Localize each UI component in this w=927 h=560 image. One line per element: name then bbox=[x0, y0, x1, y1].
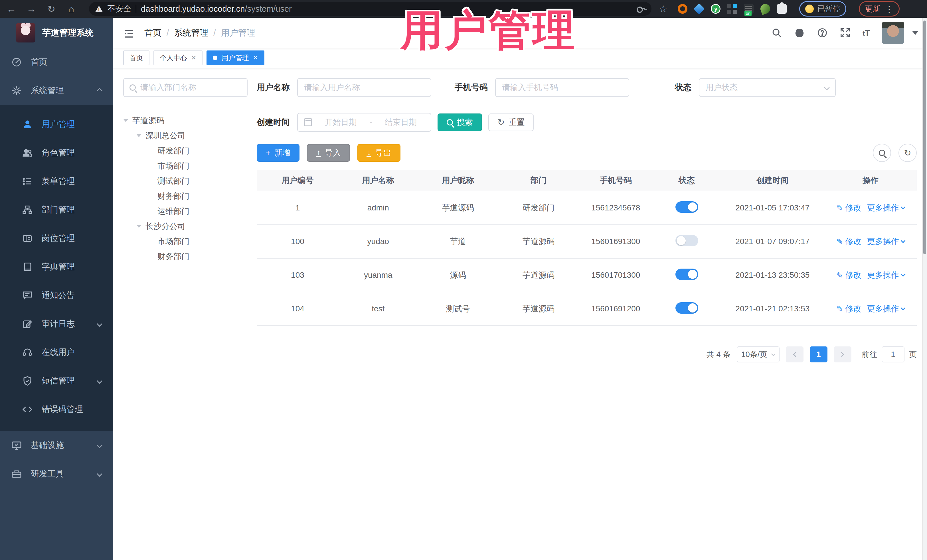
tree-node[interactable]: 深圳总公司 bbox=[123, 128, 248, 143]
tab-user-mgmt[interactable]: 用户管理 ✕ bbox=[207, 50, 264, 65]
breadcrumb-system[interactable]: 系统管理 bbox=[174, 27, 208, 39]
tree-node[interactable]: 财务部门 bbox=[123, 188, 248, 203]
font-size-icon[interactable]: tT bbox=[863, 28, 870, 38]
search-button[interactable]: 搜索 bbox=[438, 114, 482, 131]
divider bbox=[136, 5, 136, 13]
sidebar-item-post-mgmt[interactable]: 岗位管理 bbox=[0, 224, 113, 253]
not-secure-label: 不安全 bbox=[107, 3, 131, 14]
more-actions-link[interactable]: 更多操作 bbox=[867, 202, 905, 213]
sidebar-item-audit-log[interactable]: 审计日志 bbox=[0, 310, 113, 338]
sidebar-item-home[interactable]: 首页 bbox=[0, 48, 113, 76]
dept-search-input[interactable] bbox=[140, 83, 241, 92]
sidebar-item-notice[interactable]: 通知公告 bbox=[0, 281, 113, 310]
tree-node[interactable]: 测试部门 bbox=[123, 173, 248, 188]
sidebar-item-menu-mgmt[interactable]: 菜单管理 bbox=[0, 167, 113, 196]
edit-link[interactable]: ✎修改 bbox=[836, 202, 861, 213]
username-input[interactable] bbox=[304, 83, 424, 92]
password-key-icon[interactable] bbox=[637, 6, 645, 12]
next-page-button[interactable] bbox=[834, 346, 851, 363]
extension-gem-icon[interactable] bbox=[694, 3, 705, 15]
goto-page-input[interactable] bbox=[881, 346, 904, 363]
sidebar-item-sms-mgmt[interactable]: 短信管理 bbox=[0, 367, 113, 395]
user-avatar[interactable] bbox=[882, 22, 904, 44]
sidebar-item-error-code[interactable]: 错误码管理 bbox=[0, 395, 113, 424]
tree-node[interactable]: 研发部门 bbox=[123, 143, 248, 158]
sidebar-item-dev-tools[interactable]: 研发工具 bbox=[0, 460, 113, 488]
extension-on-icon[interactable] bbox=[744, 4, 754, 14]
extension-leaf-icon[interactable] bbox=[759, 3, 772, 15]
col-user-id: 用户编号 bbox=[257, 170, 339, 191]
edit-log-icon bbox=[22, 319, 32, 329]
search-icon bbox=[879, 150, 885, 156]
tab-home[interactable]: 首页 bbox=[123, 50, 149, 65]
sidebar-item-infra[interactable]: 基础设施 bbox=[0, 431, 113, 460]
page-size-select[interactable]: 10条/页 bbox=[737, 346, 780, 363]
show-search-button[interactable] bbox=[873, 144, 891, 162]
edit-link[interactable]: ✎修改 bbox=[836, 236, 861, 247]
scrollbar[interactable] bbox=[922, 18, 927, 560]
close-icon[interactable]: ✕ bbox=[253, 54, 258, 62]
mobile-label: 手机号码 bbox=[454, 82, 488, 93]
more-actions-link[interactable]: 更多操作 bbox=[867, 236, 905, 247]
status-toggle[interactable] bbox=[675, 302, 698, 314]
reload-icon[interactable]: ↻ bbox=[45, 3, 58, 15]
tree-node[interactable]: 市场部门 bbox=[123, 158, 248, 173]
caret-down-icon[interactable] bbox=[912, 31, 918, 35]
tree-node[interactable]: 长沙分公司 bbox=[123, 219, 248, 234]
sidebar-item-user-mgmt[interactable]: 用户管理 bbox=[0, 110, 113, 138]
tree-node[interactable]: 运维部门 bbox=[123, 203, 248, 219]
chrome-update-chip[interactable]: 更新 ⋮ bbox=[859, 1, 900, 17]
edit-icon: ✎ bbox=[836, 270, 843, 280]
prev-page-button[interactable] bbox=[786, 346, 804, 363]
sidebar-item-dict-mgmt[interactable]: 字典管理 bbox=[0, 253, 113, 281]
status-toggle[interactable] bbox=[675, 201, 698, 213]
more-actions-link[interactable]: 更多操作 bbox=[867, 270, 905, 281]
tree-node[interactable]: 芋道源码 bbox=[123, 113, 248, 128]
github-icon[interactable] bbox=[794, 27, 805, 38]
import-button[interactable]: ↑ 导入 bbox=[307, 144, 350, 162]
extension-grid-icon[interactable] bbox=[727, 4, 737, 14]
tree-node[interactable]: 市场部门 bbox=[123, 234, 248, 249]
bookmark-star-icon[interactable]: ☆ bbox=[659, 3, 667, 15]
refresh-table-button[interactable]: ↻ bbox=[898, 144, 917, 162]
back-icon[interactable]: ← bbox=[5, 3, 18, 15]
tab-profile[interactable]: 个人中心 ✕ bbox=[153, 50, 202, 65]
extension-green-icon[interactable]: y bbox=[711, 4, 720, 14]
extensions-puzzle-icon[interactable] bbox=[777, 4, 787, 14]
more-actions-link[interactable]: 更多操作 bbox=[867, 304, 905, 314]
add-button[interactable]: + 新增 bbox=[257, 144, 299, 162]
chevron-down-icon bbox=[900, 272, 905, 277]
export-button[interactable]: ↓ 导出 bbox=[357, 144, 400, 162]
calendar-icon bbox=[304, 118, 312, 126]
breadcrumb-home[interactable]: 首页 bbox=[144, 27, 161, 39]
breadcrumb-current: 用户管理 bbox=[221, 27, 255, 39]
chrome-menu-icon[interactable]: ⋮ bbox=[885, 4, 894, 14]
close-icon[interactable]: ✕ bbox=[191, 54, 196, 62]
extension-orange-icon[interactable] bbox=[678, 4, 687, 14]
home-icon[interactable]: ⌂ bbox=[65, 3, 78, 15]
address-bar[interactable]: 不安全 dashboard.yudao.iocoder.cn/system/us… bbox=[89, 2, 652, 16]
chevron-down-icon bbox=[771, 352, 776, 356]
fullscreen-icon[interactable] bbox=[840, 27, 851, 38]
status-toggle[interactable] bbox=[675, 269, 698, 280]
tree-node[interactable]: 财务部门 bbox=[123, 249, 248, 264]
status-select[interactable]: 用户状态 bbox=[699, 78, 836, 97]
date-range-picker[interactable]: 开始日期 - 结束日期 bbox=[297, 113, 431, 132]
mobile-input[interactable] bbox=[502, 83, 622, 92]
sidebar-item-system[interactable]: 系统管理 bbox=[0, 76, 113, 105]
edit-link[interactable]: ✎修改 bbox=[836, 270, 861, 281]
profile-paused-chip[interactable]: 已暂停 bbox=[799, 1, 846, 17]
edit-link[interactable]: ✎修改 bbox=[836, 304, 861, 314]
collapse-sidebar-icon[interactable] bbox=[123, 28, 135, 38]
forward-icon[interactable]: → bbox=[25, 3, 38, 15]
reset-button[interactable]: ↻ 重置 bbox=[488, 114, 534, 131]
sidebar-item-online-users[interactable]: 在线用户 bbox=[0, 338, 113, 367]
sidebar-item-role-mgmt[interactable]: 角色管理 bbox=[0, 138, 113, 167]
page-1-button[interactable]: 1 bbox=[810, 346, 827, 363]
url-text[interactable]: dashboard.yudao.iocoder.cn/system/user bbox=[141, 4, 632, 14]
status-toggle[interactable] bbox=[675, 235, 698, 246]
sidebar-item-dept-mgmt[interactable]: 部门管理 bbox=[0, 196, 113, 224]
help-icon[interactable] bbox=[817, 27, 828, 38]
search-icon[interactable] bbox=[771, 27, 782, 38]
scrollbar-thumb[interactable] bbox=[923, 21, 926, 254]
